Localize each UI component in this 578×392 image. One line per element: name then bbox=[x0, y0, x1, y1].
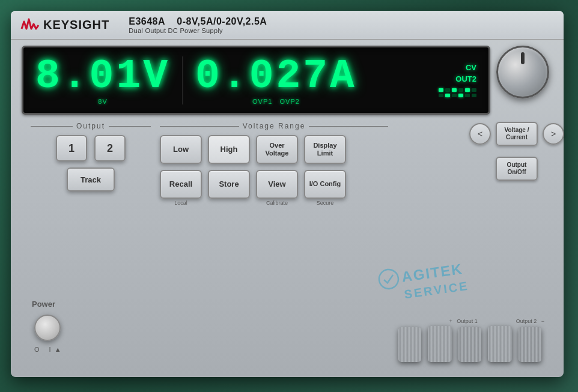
display-limit-btn-wrapper: Display Limit bbox=[304, 135, 346, 164]
brand-name: KEYSIGHT bbox=[43, 18, 109, 32]
over-voltage-button[interactable]: Over Voltage bbox=[256, 135, 298, 164]
current-sublabel: OVP1 OVP2 bbox=[252, 98, 300, 105]
power-off-indicator: O bbox=[34, 346, 40, 353]
terminal-negative-2[interactable] bbox=[517, 326, 543, 362]
terminal-post-gray bbox=[398, 327, 421, 362]
mini-seg-10 bbox=[458, 94, 463, 97]
cv-indicator: CV bbox=[466, 63, 476, 72]
voltage-sublabel: 8V bbox=[98, 98, 107, 105]
terminal-post-red-1 bbox=[428, 326, 452, 362]
voltage-section: Voltage Range Low High Over Voltage Disp… bbox=[160, 122, 388, 212]
nav-right-button[interactable]: > bbox=[543, 123, 564, 145]
mini-seg-8 bbox=[445, 94, 450, 97]
power-button[interactable] bbox=[34, 315, 61, 341]
mini-seg-11 bbox=[465, 94, 470, 97]
high-button[interactable]: High bbox=[208, 135, 250, 164]
voltage-current-button[interactable]: Voltage / Current bbox=[496, 122, 538, 146]
terminal-ground-1[interactable] bbox=[397, 326, 422, 362]
power-label: Power bbox=[32, 300, 61, 309]
terminal-positive-1[interactable] bbox=[427, 326, 452, 362]
model-description: Dual Output DC Power Supply bbox=[129, 27, 267, 34]
output-button-row: 1 2 bbox=[31, 135, 151, 161]
mini-seg-4 bbox=[458, 88, 463, 92]
low-btn-wrapper: Low bbox=[160, 135, 202, 164]
model-number: E3648A 0-8V,5A/0-20V,2.5A bbox=[129, 16, 267, 27]
power-on-indicator: I ▲ bbox=[49, 346, 61, 353]
nav-row: < Voltage / Current > bbox=[469, 122, 564, 146]
output-2-button[interactable]: 2 bbox=[94, 135, 126, 161]
output-onoff-row: Output On/Off bbox=[496, 157, 538, 181]
mini-seg-9 bbox=[452, 94, 457, 97]
voltage-value: 8.01V bbox=[35, 56, 170, 97]
mini-seg-2 bbox=[445, 88, 450, 92]
keysight-logo: KEYSIGHT bbox=[20, 17, 109, 34]
terminal-post-red-2 bbox=[488, 326, 512, 362]
view-btn-wrapper: View Calibrate bbox=[256, 170, 298, 206]
nav-left-button[interactable]: < bbox=[469, 123, 491, 145]
header-band: KEYSIGHT E3648A 0-8V,5A/0-20V,2.5A Dual … bbox=[11, 11, 564, 40]
over-voltage-btn-wrapper: Over Voltage bbox=[256, 135, 298, 164]
low-button[interactable]: Low bbox=[160, 135, 202, 164]
mini-seg-5 bbox=[465, 88, 470, 92]
logo-wave-icon bbox=[20, 17, 40, 34]
terminal-post-black-1 bbox=[458, 327, 481, 362]
terminal-positive-2[interactable] bbox=[487, 326, 513, 362]
right-controls: < Voltage / Current > Output On/Off bbox=[481, 122, 553, 181]
display-panel: 8.01V 8V 0.027A OVP1 OVP2 CV OUT2 bbox=[22, 46, 490, 115]
mini-seg-12 bbox=[472, 94, 476, 97]
local-sublabel: Local bbox=[174, 200, 187, 206]
display-limit-button[interactable]: Display Limit bbox=[304, 135, 346, 164]
terminal-negative-1[interactable] bbox=[457, 326, 482, 362]
output-section-label: Output bbox=[31, 122, 151, 130]
mini-segments bbox=[439, 88, 476, 97]
mini-seg-3 bbox=[452, 88, 457, 92]
display-divider bbox=[182, 56, 183, 104]
voltage-display: 8.01V 8V bbox=[35, 56, 170, 105]
current-value: 0.027A bbox=[195, 56, 357, 97]
terminal-labels-area: + Output 1 Output 2 − bbox=[449, 318, 544, 324]
track-button[interactable]: Track bbox=[67, 167, 115, 191]
mini-seg-7 bbox=[439, 94, 443, 97]
mini-seg-1 bbox=[439, 88, 443, 92]
instrument-body: KEYSIGHT E3648A 0-8V,5A/0-20V,2.5A Dual … bbox=[11, 11, 564, 377]
output1-terminal-label: + Output 1 bbox=[449, 318, 477, 324]
store-btn-wrapper: Store bbox=[208, 170, 250, 206]
output-section: Output 1 2 Track bbox=[31, 122, 151, 198]
io-config-button[interactable]: I/O Config bbox=[304, 170, 346, 199]
store-button[interactable]: Store bbox=[208, 170, 250, 199]
voltage-bottom-row: Recall Local Store View Calibrate I/O Co… bbox=[160, 170, 388, 206]
output-onoff-button[interactable]: Output On/Off bbox=[496, 157, 538, 181]
voltage-top-row: Low High Over Voltage Display Limit bbox=[160, 135, 388, 164]
voltage-section-label: Voltage Range bbox=[160, 122, 388, 130]
power-indicators: O I ▲ bbox=[34, 346, 61, 353]
logo-area: KEYSIGHT E3648A 0-8V,5A/0-20V,2.5A Dual … bbox=[20, 16, 267, 34]
calibrate-sublabel: Calibrate bbox=[266, 200, 288, 206]
terminal-post-black-2 bbox=[519, 327, 541, 362]
power-section: Power O I ▲ bbox=[32, 300, 61, 353]
recall-button[interactable]: Recall bbox=[160, 170, 202, 199]
adjustment-knob[interactable] bbox=[496, 46, 549, 98]
model-info: E3648A 0-8V,5A/0-20V,2.5A Dual Output DC… bbox=[129, 16, 267, 34]
display-indicators: CV OUT2 bbox=[439, 63, 476, 97]
out2-indicator: OUT2 bbox=[455, 74, 476, 83]
output2-terminal-label: Output 2 − bbox=[516, 318, 544, 324]
track-button-row: Track bbox=[31, 167, 151, 191]
high-btn-wrapper: High bbox=[208, 135, 250, 164]
view-button[interactable]: View bbox=[256, 170, 298, 199]
secure-sublabel: Secure bbox=[317, 200, 334, 206]
output-1-button[interactable]: 1 bbox=[56, 135, 87, 161]
current-display: 0.027A OVP1 OVP2 bbox=[195, 56, 357, 105]
mini-seg-6 bbox=[472, 88, 476, 92]
recall-btn-wrapper: Recall Local bbox=[160, 170, 202, 206]
io-config-btn-wrapper: I/O Config Secure bbox=[304, 170, 346, 206]
terminals-row bbox=[397, 326, 543, 362]
